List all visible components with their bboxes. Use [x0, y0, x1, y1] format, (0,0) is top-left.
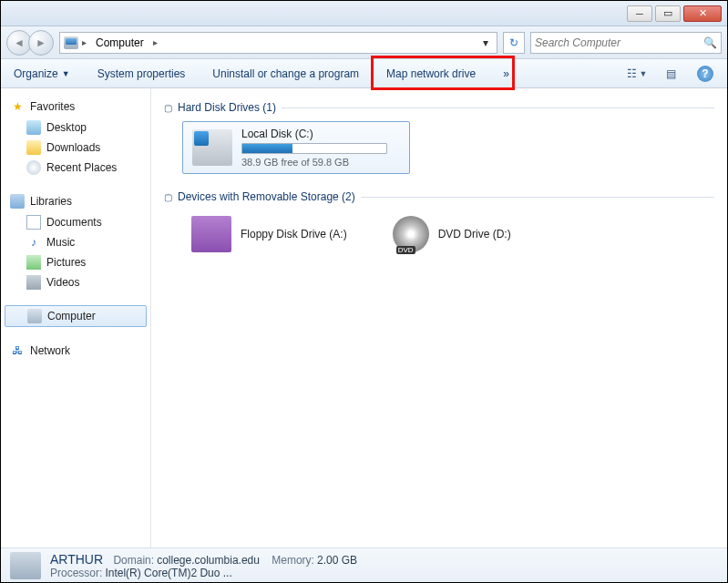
toolbar-right: ☷ ▼ ▤ ?	[623, 64, 718, 84]
forward-button[interactable]: ►	[28, 30, 54, 56]
maximize-button[interactable]: ▭	[655, 5, 681, 22]
change-view-button[interactable]: ☷ ▼	[623, 64, 649, 84]
toolbar-overflow-button[interactable]: »	[499, 65, 513, 83]
dvd-icon	[393, 216, 429, 252]
help-button[interactable]: ?	[692, 64, 718, 84]
refresh-icon: ↻	[509, 36, 518, 49]
window-titlebar: ─ ▭ ✕	[1, 1, 727, 26]
section-divider	[361, 197, 714, 198]
search-box[interactable]: 🔍	[530, 32, 722, 54]
organize-label: Organize	[14, 67, 58, 80]
breadcrumb-sep-icon: ▸	[153, 37, 158, 47]
sidebar-favorites-label: Favorites	[30, 100, 75, 113]
sidebar-item-label: Network	[30, 344, 70, 357]
address-dropdown-icon[interactable]: ▾	[478, 36, 493, 49]
dropdown-icon: ▼	[640, 69, 648, 78]
drive-label: Floppy Disk Drive (A:)	[241, 228, 347, 240]
star-icon: ★	[10, 99, 25, 114]
sidebar-item-label: Documents	[46, 216, 102, 229]
computer-icon	[27, 309, 42, 323]
sidebar-item-label: Pictures	[46, 256, 86, 269]
computer-thumb-icon	[10, 552, 41, 579]
floppy-icon	[191, 216, 231, 252]
section-title: Devices with Removable Storage (2)	[178, 190, 355, 203]
sidebar-item-label: Music	[46, 236, 75, 249]
sidebar-item-videos[interactable]: Videos	[1, 272, 150, 292]
details-pane: ARTHUR Domain: college.columbia.edu Memo…	[1, 547, 727, 582]
drive-dvd-d[interactable]: DVD Drive (D:)	[384, 210, 520, 258]
nav-back-forward: ◄ ►	[6, 30, 54, 56]
pane-icon: ▤	[663, 66, 678, 81]
help-icon: ?	[697, 66, 713, 82]
content-pane: ▢ Hard Disk Drives (1) Local Disk (C:) 3…	[151, 88, 727, 547]
address-bar[interactable]: ▸ Computer ▸ ▾	[59, 32, 497, 54]
sidebar-item-label: Recent Places	[46, 161, 117, 174]
disk-usage-bar	[241, 143, 387, 154]
processor-key: Processor:	[50, 567, 102, 579]
organize-menu[interactable]: Organize ▼	[10, 65, 74, 83]
sidebar-item-pictures[interactable]: Pictures	[1, 252, 150, 272]
dropdown-icon: ▼	[62, 69, 70, 78]
network-icon: 🖧	[10, 343, 25, 358]
disk-usage-fill	[242, 144, 292, 153]
section-title: Hard Disk Drives (1)	[178, 101, 276, 114]
section-divider	[282, 107, 714, 108]
memory-key: Memory:	[272, 554, 314, 567]
sidebar-item-label: Videos	[46, 276, 79, 289]
close-button[interactable]: ✕	[683, 5, 722, 22]
memory-value: 2.00 GB	[317, 554, 357, 567]
map-network-drive-button[interactable]: Map network drive	[383, 65, 479, 83]
breadcrumb-sep-icon: ▸	[82, 37, 87, 47]
drive-label: DVD Drive (D:)	[438, 228, 511, 240]
sidebar-item-downloads[interactable]: Downloads	[1, 138, 150, 158]
search-input[interactable]	[535, 36, 702, 49]
sidebar-item-computer[interactable]: Computer	[5, 305, 147, 327]
drive-free-text: 38.9 GB free of 59.8 GB	[241, 157, 387, 168]
documents-icon	[26, 215, 41, 230]
sidebar-item-documents[interactable]: Documents	[1, 212, 150, 232]
sidebar-libraries-label: Libraries	[30, 195, 72, 208]
sidebar-item-label: Computer	[47, 310, 96, 322]
recent-icon	[26, 160, 41, 175]
domain-value: college.columbia.edu	[157, 554, 260, 567]
libraries-icon	[10, 194, 25, 209]
sidebar-item-recent-places[interactable]: Recent Places	[1, 158, 150, 178]
nav-row: ◄ ► ▸ Computer ▸ ▾ ↻ 🔍	[1, 26, 727, 59]
sidebar-favorites-header[interactable]: ★ Favorites	[1, 96, 150, 118]
drive-label: Local Disk (C:)	[241, 128, 387, 140]
computer-icon	[64, 36, 78, 49]
drive-local-disk-c[interactable]: Local Disk (C:) 38.9 GB free of 59.8 GB	[182, 121, 410, 174]
downloads-icon	[26, 140, 41, 155]
uninstall-program-button[interactable]: Uninstall or change a program	[209, 65, 363, 83]
sidebar-libraries-header[interactable]: Libraries	[1, 190, 150, 212]
computer-name: ARTHUR	[50, 552, 103, 567]
section-hard-disk-drives[interactable]: ▢ Hard Disk Drives (1)	[164, 101, 714, 114]
minimize-button[interactable]: ─	[627, 5, 652, 22]
sidebar-item-music[interactable]: ♪ Music	[1, 232, 150, 252]
sidebar-item-label: Desktop	[46, 121, 87, 134]
desktop-icon	[26, 120, 41, 135]
search-icon: 🔍	[702, 36, 717, 50]
music-icon: ♪	[26, 235, 41, 250]
drive-floppy-a[interactable]: Floppy Disk Drive (A:)	[182, 210, 356, 258]
collapse-icon: ▢	[164, 192, 172, 202]
sidebar-item-label: Downloads	[46, 141, 100, 154]
section-removable-storage[interactable]: ▢ Devices with Removable Storage (2)	[164, 190, 714, 203]
domain-key: Domain:	[113, 554, 154, 567]
sidebar-item-network[interactable]: 🖧 Network	[1, 340, 150, 362]
command-toolbar: Organize ▼ System properties Uninstall o…	[1, 59, 727, 88]
system-properties-button[interactable]: System properties	[94, 65, 190, 83]
main-area: ★ Favorites Desktop Downloads Recent Pla…	[1, 88, 727, 547]
breadcrumb-computer[interactable]: Computer	[90, 35, 149, 51]
preview-pane-button[interactable]: ▤	[658, 64, 683, 84]
views-icon: ☷	[625, 66, 640, 81]
videos-icon	[26, 275, 41, 290]
collapse-icon: ▢	[164, 103, 172, 113]
nav-sidebar: ★ Favorites Desktop Downloads Recent Pla…	[1, 88, 151, 547]
refresh-button[interactable]: ↻	[503, 32, 525, 54]
sidebar-item-desktop[interactable]: Desktop	[1, 118, 150, 138]
processor-value: Intel(R) Core(TM)2 Duo ...	[105, 567, 231, 579]
pictures-icon	[26, 255, 41, 270]
hard-drive-icon	[192, 129, 232, 166]
